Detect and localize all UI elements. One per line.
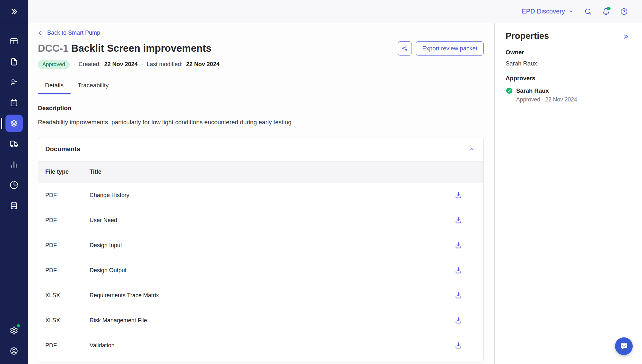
- page-title: DCC-1 Backlit Screen improvements: [38, 43, 212, 54]
- file-type-cell: PDF: [45, 217, 90, 224]
- file-icon: [10, 57, 18, 66]
- app-root: EPD Discovery Back to Smart Pump: [0, 0, 642, 364]
- chat-launcher-button[interactable]: [615, 337, 633, 355]
- chevrons-right-icon: [623, 33, 629, 40]
- sidebar-item-planning[interactable]: [5, 94, 23, 111]
- share-button[interactable]: [398, 41, 412, 56]
- arrow-left-icon: [38, 30, 44, 36]
- sidebar-expand-button[interactable]: [0, 0, 28, 23]
- tab-details[interactable]: Details: [38, 82, 71, 94]
- main-column: EPD Discovery Back to Smart Pump: [28, 0, 642, 364]
- sidebar-item-analytics[interactable]: [5, 176, 23, 194]
- download-icon: [455, 241, 462, 249]
- tab-bar: Details Traceability: [38, 82, 484, 94]
- settings-notification-dot: [17, 324, 20, 327]
- workspace-label: EPD Discovery: [522, 8, 565, 15]
- main-content: Back to Smart Pump DCC-1 Backlit Screen …: [28, 23, 494, 364]
- sidebar-item-reviews[interactable]: [5, 74, 23, 91]
- check-circle-icon: [506, 87, 513, 94]
- export-review-packet-button[interactable]: Export review packet: [416, 41, 484, 56]
- approver-status: Approved · 22 Nov 2024: [516, 96, 629, 103]
- owner-name: Sarah Raux: [506, 60, 629, 67]
- documents-card-header: Documents: [38, 137, 483, 161]
- meta-separator: ·: [73, 61, 75, 68]
- modified-date: 22 Nov 2024: [186, 61, 220, 68]
- download-button[interactable]: [455, 266, 462, 274]
- back-link-label: Back to Smart Pump: [47, 30, 100, 36]
- search-button[interactable]: [584, 8, 592, 15]
- description-text: Readability improvements, particularly f…: [38, 119, 484, 126]
- title-cell: Validation: [90, 342, 455, 349]
- meta-separator: ·: [141, 61, 143, 68]
- layers-icon: [10, 119, 18, 128]
- sidebar-item-design-controls[interactable]: [5, 115, 23, 132]
- download-button[interactable]: [455, 191, 462, 199]
- table-row: PDF Design Input: [38, 233, 483, 258]
- active-indicator: [1, 118, 2, 129]
- header-actions: Export review packet: [398, 41, 484, 56]
- database-icon: [10, 201, 18, 210]
- table-row: XLSX Risk Management File: [38, 308, 483, 333]
- download-button[interactable]: [455, 291, 462, 299]
- dashboard-icon: [10, 37, 18, 46]
- collapse-documents-button[interactable]: [469, 146, 475, 152]
- download-icon: [455, 316, 462, 324]
- created-label: Created:: [79, 61, 101, 68]
- table-row: PDF Validation: [38, 333, 483, 358]
- sidebar-item-settings[interactable]: [5, 322, 23, 339]
- table-row: PDF User Need: [38, 208, 483, 233]
- document-title: Backlit Screen improvements: [71, 43, 212, 54]
- user-check-icon: [10, 78, 18, 87]
- table-row: PDF Change History: [38, 183, 483, 208]
- documents-card: Documents File type Title PDF Change His…: [38, 137, 484, 362]
- topbar: EPD Discovery: [28, 0, 642, 23]
- notifications-button[interactable]: [602, 8, 610, 15]
- download-button[interactable]: [455, 316, 462, 324]
- download-button[interactable]: [455, 216, 462, 224]
- table-row: XLSX Requirements Trace Matrix: [38, 283, 483, 308]
- file-type-cell: XLSX: [45, 292, 90, 299]
- table-row: PDF Design Output: [38, 258, 483, 283]
- approver-name: Sarah Raux: [516, 87, 549, 94]
- sidebar-nav: [0, 23, 28, 317]
- documents-table-header: File type Title: [38, 161, 483, 183]
- column-header-file-type: File type: [45, 169, 90, 175]
- pie-chart-icon: [10, 181, 18, 189]
- search-icon: [584, 8, 592, 15]
- back-link[interactable]: Back to Smart Pump: [38, 30, 100, 36]
- meta-row: Approved · Created: 22 Nov 2024 · Last m…: [38, 60, 484, 69]
- download-icon: [455, 216, 462, 224]
- calendar-alert-icon: [10, 99, 18, 107]
- help-button[interactable]: [620, 8, 628, 15]
- sidebar-item-account[interactable]: [5, 342, 23, 360]
- collapse-properties-button[interactable]: [623, 33, 629, 40]
- truck-icon: [10, 140, 18, 148]
- sidebar-item-reports[interactable]: [5, 156, 23, 173]
- content-row: Back to Smart Pump DCC-1 Backlit Screen …: [28, 23, 642, 364]
- workspace-switcher[interactable]: EPD Discovery: [522, 8, 574, 15]
- chevron-up-icon: [469, 146, 475, 152]
- modified-label: Last modified:: [147, 61, 183, 68]
- title-cell: User Need: [90, 217, 455, 224]
- download-icon: [455, 291, 462, 299]
- approver-row: Sarah Raux: [506, 87, 629, 94]
- tab-traceability[interactable]: Traceability: [71, 82, 116, 94]
- title-cell: Design Output: [90, 267, 455, 274]
- sidebar-item-data[interactable]: [5, 197, 23, 214]
- column-header-title: Title: [90, 169, 462, 175]
- file-type-cell: XLSX: [45, 317, 90, 324]
- title-cell: Risk Management File: [90, 317, 455, 324]
- file-type-cell: PDF: [45, 242, 90, 249]
- sidebar-item-suppliers[interactable]: [5, 135, 23, 152]
- file-type-cell: PDF: [45, 267, 90, 274]
- download-button[interactable]: [455, 342, 462, 349]
- approvers-label: Approvers: [506, 75, 629, 82]
- download-icon: [455, 266, 462, 274]
- share-icon: [402, 45, 408, 52]
- title-cell: Requirements Trace Matrix: [90, 292, 455, 299]
- download-button[interactable]: [455, 241, 462, 249]
- properties-heading: Properties: [506, 31, 549, 41]
- sidebar-item-dashboard[interactable]: [5, 32, 23, 50]
- notifications-dot: [607, 7, 611, 10]
- sidebar-item-documents[interactable]: [5, 53, 23, 70]
